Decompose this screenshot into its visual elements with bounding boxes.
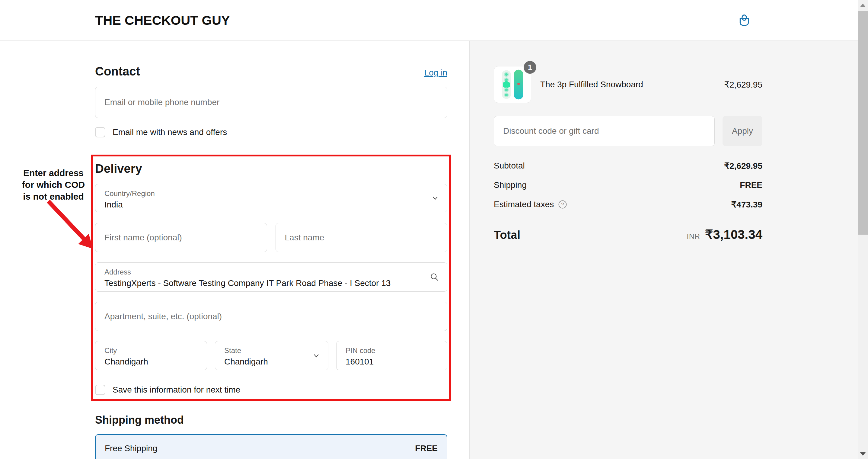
discount-code-input[interactable] xyxy=(494,116,715,146)
search-icon xyxy=(430,272,440,284)
pin-code-input[interactable]: PIN code 160101 xyxy=(336,341,447,370)
quantity-badge: 1 xyxy=(524,61,536,74)
country-value: India xyxy=(104,199,438,211)
total-label: Total xyxy=(494,229,520,241)
store-logo[interactable]: THE CHECKOUT GUY xyxy=(95,0,230,41)
shipping-option-free[interactable]: Free Shipping FREE xyxy=(95,434,447,459)
annotation-note: Enter address for which COD is not enabl… xyxy=(19,167,88,202)
state-select[interactable]: State Chandigarh xyxy=(215,341,329,370)
save-info-label: Save this information for next time xyxy=(113,385,240,395)
pin-code-value: 160101 xyxy=(346,356,438,368)
state-label: State xyxy=(224,346,319,355)
state-value: Chandigarh xyxy=(224,356,319,368)
estimated-taxes-label: Estimated taxes xyxy=(494,200,554,209)
pin-code-label: PIN code xyxy=(346,346,438,355)
chevron-down-icon xyxy=(312,352,320,361)
login-link[interactable]: Log in xyxy=(424,68,447,78)
chevron-down-icon xyxy=(431,194,439,203)
city-label: City xyxy=(104,346,198,355)
triangle-up-icon xyxy=(860,4,866,7)
address-value: TestingXperts - Software Testing Company… xyxy=(104,277,438,289)
first-name-input[interactable] xyxy=(95,223,267,252)
delivery-heading: Delivery xyxy=(95,162,447,175)
triangle-down-icon xyxy=(860,452,866,456)
scrollbar-down-arrow[interactable] xyxy=(858,449,868,459)
currency-code: INR xyxy=(687,232,700,241)
shipping-option-label: Free Shipping xyxy=(105,443,157,453)
address-input[interactable]: Address TestingXperts - Software Testing… xyxy=(95,262,447,292)
save-info-checkbox[interactable] xyxy=(95,385,105,395)
shopping-bag-icon xyxy=(737,24,751,29)
apply-discount-button[interactable]: Apply xyxy=(722,116,763,146)
delivery-annotation-box: Delivery Country/Region India Address Te… xyxy=(91,154,451,401)
product-price: ₹2,629.95 xyxy=(724,80,763,90)
country-select[interactable]: Country/Region India xyxy=(95,184,447,212)
city-input[interactable]: City Chandigarh xyxy=(95,341,207,370)
address-label: Address xyxy=(104,267,438,277)
estimated-taxes-row: Estimated taxes ? ₹473.39 xyxy=(494,199,763,209)
total-value: ₹3,103.34 xyxy=(705,227,763,242)
subtotal-label: Subtotal xyxy=(494,161,525,171)
product-thumbnail: 1 xyxy=(494,66,531,103)
svg-text:?: ? xyxy=(561,202,564,207)
shipping-label: Shipping xyxy=(494,180,527,190)
annotation-arrow-icon xyxy=(42,198,99,255)
shipping-method-heading: Shipping method xyxy=(95,414,447,426)
email-input[interactable] xyxy=(95,87,447,118)
browser-scrollbar xyxy=(858,0,868,459)
checkout-form-panel: Enter address for which COD is not enabl… xyxy=(0,41,469,459)
last-name-input[interactable] xyxy=(276,223,447,252)
shipping-row: Shipping FREE xyxy=(494,180,763,190)
news-offers-checkbox[interactable] xyxy=(95,127,105,137)
news-offers-label: Email me with news and offers xyxy=(113,127,227,137)
help-question-icon[interactable]: ? xyxy=(558,200,567,209)
cart-button[interactable] xyxy=(737,13,751,28)
total-row: Total INR ₹3,103.34 xyxy=(494,227,763,242)
country-label: Country/Region xyxy=(104,189,438,198)
apartment-input[interactable] xyxy=(95,302,447,331)
scrollbar-up-arrow[interactable] xyxy=(858,0,868,10)
city-value: Chandigarh xyxy=(104,356,198,368)
subtotal-value: ₹2,629.95 xyxy=(724,161,763,171)
product-name: The 3p Fulfilled Snowboard xyxy=(540,80,724,89)
scrollbar-thumb[interactable] xyxy=(858,11,868,235)
shipping-value: FREE xyxy=(740,180,763,190)
order-summary-panel: 1 The 3p Fulfilled Snowboard ₹2,629.95 A… xyxy=(469,41,858,459)
header: THE CHECKOUT GUY xyxy=(0,0,858,41)
subtotal-row: Subtotal ₹2,629.95 xyxy=(494,161,763,171)
estimated-taxes-value: ₹473.39 xyxy=(731,200,763,209)
cart-line-item: 1 The 3p Fulfilled Snowboard ₹2,629.95 xyxy=(494,66,763,103)
shipping-option-price: FREE xyxy=(415,443,438,453)
contact-heading: Contact xyxy=(95,65,140,78)
